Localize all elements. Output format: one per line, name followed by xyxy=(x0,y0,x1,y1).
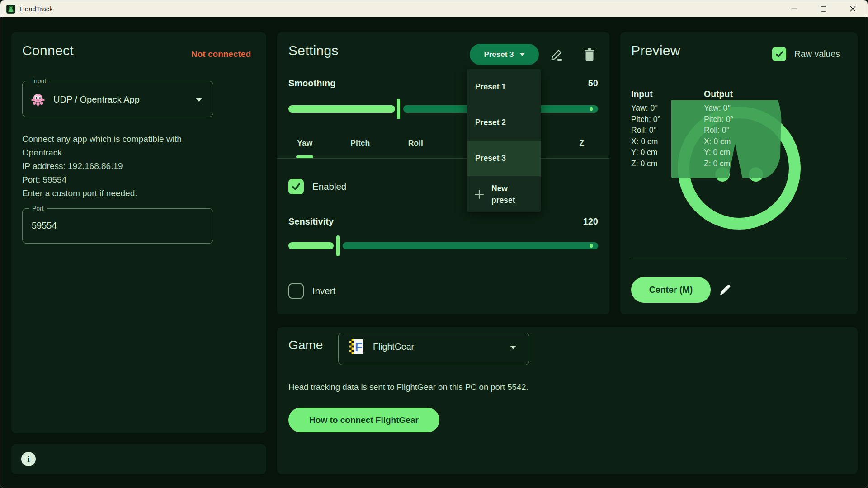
output-x: X: 0 cm xyxy=(704,136,733,147)
smoothing-value: 50 xyxy=(588,78,598,89)
menu-item-preset-1[interactable]: Preset 1 xyxy=(467,69,541,105)
tab-roll[interactable]: Roll xyxy=(388,137,443,150)
head-preview-graphic xyxy=(671,100,807,236)
menu-item-preset-2[interactable]: Preset 2 xyxy=(467,105,541,141)
game-panel: Game F xyxy=(277,327,858,474)
tab-z[interactable]: Z xyxy=(554,137,610,150)
input-yaw: Yaw: 0° xyxy=(631,103,660,114)
chevron-down-icon xyxy=(510,346,516,349)
window-controls xyxy=(779,0,868,17)
maximize-icon xyxy=(820,5,827,12)
pencil-icon xyxy=(717,282,733,297)
invert-label: Invert xyxy=(312,286,335,296)
invert-checkbox[interactable] xyxy=(288,283,304,299)
input-z: Z: 0 cm xyxy=(631,158,660,169)
raw-values-checkbox[interactable] xyxy=(772,47,786,61)
connect-panel: Connect Not connected Input xyxy=(11,32,266,433)
connect-port-line: Port: 59554 xyxy=(22,173,219,187)
input-select-label: Input xyxy=(29,77,49,84)
connect-description-line: Opentrack. xyxy=(22,146,219,160)
input-y: Y: 0 cm xyxy=(631,147,660,158)
input-select-value: UDP / Opentrack App xyxy=(53,94,140,105)
close-icon xyxy=(849,5,856,12)
rename-preset-button[interactable] xyxy=(547,46,566,64)
input-x: X: 0 cm xyxy=(631,136,660,147)
smoothing-label-row: Smoothing 50 xyxy=(288,78,598,89)
close-button[interactable] xyxy=(838,0,868,17)
enabled-row[interactable]: Enabled xyxy=(288,179,346,194)
sensitivity-slider[interactable] xyxy=(288,235,598,256)
game-select-value: FlightGear xyxy=(373,342,414,352)
info-icon[interactable]: i xyxy=(21,452,36,466)
invert-row[interactable]: Invert xyxy=(288,283,335,299)
enabled-label: Enabled xyxy=(312,181,346,192)
game-select[interactable]: F FlightGear xyxy=(338,333,529,365)
preset-select-button[interactable]: Preset 3 xyxy=(470,44,539,65)
input-values-header: Input xyxy=(631,89,660,99)
port-input[interactable] xyxy=(23,212,213,239)
window-titlebar: HeadTrack xyxy=(0,0,868,17)
connection-status: Not connected xyxy=(191,49,251,59)
sensitivity-slider-thumb[interactable] xyxy=(336,235,340,256)
sensitivity-slider-track xyxy=(343,242,598,249)
enabled-checkbox[interactable] xyxy=(288,179,304,194)
tab-yaw[interactable]: Yaw xyxy=(277,137,333,150)
flightgear-icon: F xyxy=(349,339,363,354)
sensitivity-slider-fill xyxy=(288,242,334,249)
raw-values-label: Raw values xyxy=(794,49,840,59)
how-to-connect-button[interactable]: How to connect FlightGear xyxy=(288,408,439,432)
preset-select-label: Preset 3 xyxy=(484,50,514,59)
sensitivity-value: 120 xyxy=(583,216,598,227)
app-window: HeadTrack Connect Not connected Input xyxy=(0,0,868,488)
maximize-button[interactable] xyxy=(809,0,838,17)
output-z: Z: 0 cm xyxy=(704,158,733,169)
settings-title: Settings xyxy=(288,43,339,58)
edit-center-key-button[interactable] xyxy=(716,281,734,299)
input-select[interactable]: Input xyxy=(22,77,213,117)
minimize-button[interactable] xyxy=(779,0,809,17)
input-roll: Roll: 0° xyxy=(631,125,660,136)
connect-ip-line: IP address: 192.168.86.19 xyxy=(22,160,219,173)
preview-panel: Preview Raw values Input Yaw: 0° Pitch: … xyxy=(620,32,858,314)
output-y: Y: 0 cm xyxy=(704,147,733,158)
connect-description-line: Connect any app which is compatible with xyxy=(22,132,219,146)
sensitivity-slider-end-dot xyxy=(590,244,593,248)
chevron-down-icon xyxy=(519,53,525,56)
sensitivity-label: Sensitivity xyxy=(288,216,334,227)
output-values-column: Output Yaw: 0° Pitch: 0° Roll: 0° X: 0 c… xyxy=(704,89,733,169)
checkmark-icon xyxy=(774,49,784,59)
preset-dropdown-menu: Preset 1 Preset 2 Preset 3 New preset xyxy=(467,69,541,212)
window-title: HeadTrack xyxy=(20,5,53,13)
trash-icon xyxy=(583,47,596,62)
port-field-label: Port xyxy=(29,205,47,212)
tab-pitch[interactable]: Pitch xyxy=(333,137,388,150)
output-pitch: Pitch: 0° xyxy=(704,114,733,125)
octopus-icon xyxy=(31,92,45,107)
headtrack-app-icon xyxy=(6,5,15,14)
center-button[interactable]: Center (M) xyxy=(631,277,711,303)
plus-icon xyxy=(473,188,485,200)
port-field: Port xyxy=(22,205,213,244)
game-label: Game xyxy=(288,338,323,352)
preview-divider xyxy=(631,258,847,258)
connect-custom-port-hint: Enter a custom port if needed: xyxy=(22,187,219,200)
new-preset-label: New preset xyxy=(491,183,525,206)
smoothing-slider-end-dot xyxy=(590,107,593,111)
pencil-icon xyxy=(549,47,564,62)
smoothing-slider[interactable] xyxy=(288,99,598,119)
active-tab-indicator xyxy=(296,155,313,158)
output-yaw: Yaw: 0° xyxy=(704,103,733,114)
connect-description: Connect any app which is compatible with… xyxy=(22,132,219,200)
output-values-header: Output xyxy=(704,89,733,99)
raw-values-row[interactable]: Raw values xyxy=(772,47,840,61)
connect-title: Connect xyxy=(22,43,74,58)
menu-item-new-preset[interactable]: New preset xyxy=(467,176,541,212)
chevron-down-icon xyxy=(196,98,202,102)
delete-preset-button[interactable] xyxy=(580,45,599,63)
menu-item-preset-3[interactable]: Preset 3 xyxy=(467,141,541,176)
game-description: Head tracking data is sent to FlightGear… xyxy=(288,382,528,392)
minimize-icon xyxy=(791,5,797,12)
svg-text:F: F xyxy=(355,340,363,354)
info-panel: i xyxy=(11,444,266,474)
smoothing-slider-thumb[interactable] xyxy=(397,99,400,119)
